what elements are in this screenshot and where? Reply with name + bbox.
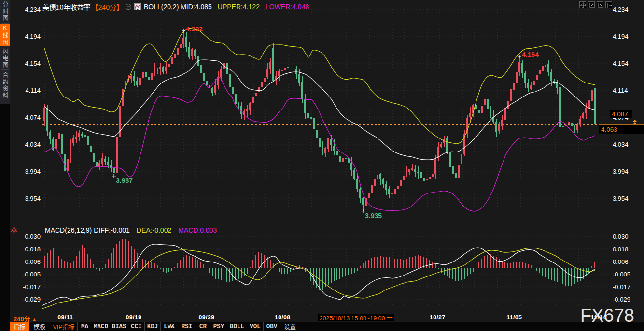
x-axis-label: 10/27 bbox=[430, 314, 446, 321]
settings-button[interactable]: 设置 bbox=[280, 322, 299, 331]
x-axis-label: 09/29 bbox=[199, 314, 215, 321]
svg-text:4.234: 4.234 bbox=[613, 6, 629, 13]
svg-text:0.006: 0.006 bbox=[613, 258, 629, 265]
watermark: FX678 bbox=[580, 305, 634, 326]
indicator-psy[interactable]: PSY bbox=[210, 322, 227, 331]
indicator-bias[interactable]: BIAS bbox=[110, 322, 128, 331]
indicator-lw&[interactable]: LW& bbox=[160, 322, 178, 331]
x-axis-row: 09/1109/1909/2910/0810/2711/0511/142025/… bbox=[10, 313, 644, 322]
svg-text:0.018: 0.018 bbox=[25, 246, 41, 253]
svg-text:4.154: 4.154 bbox=[613, 60, 629, 67]
x-axis-label: 11/05 bbox=[506, 314, 522, 321]
indicator-kdj[interactable]: KDJ bbox=[144, 322, 160, 331]
price-annotation: 3.987 bbox=[112, 174, 133, 184]
svg-text:4.202: 4.202 bbox=[186, 25, 203, 33]
macd-panel-icon[interactable] bbox=[10, 226, 18, 234]
svg-text:4.063: 4.063 bbox=[601, 126, 617, 133]
macd-macd-label: MACD:0.003 bbox=[178, 226, 217, 234]
indicator-cr[interactable]: CR bbox=[196, 322, 210, 331]
x-axis-label: 09/19 bbox=[126, 314, 141, 321]
macd-histogram bbox=[44, 239, 595, 290]
svg-text:4.114: 4.114 bbox=[613, 87, 628, 94]
svg-text:-0.017: -0.017 bbox=[613, 283, 630, 290]
svg-text:-0.029: -0.029 bbox=[613, 296, 630, 303]
macd-dea-label: DEA:-0.002 bbox=[137, 226, 171, 234]
svg-text:4.087: 4.087 bbox=[612, 110, 628, 118]
svg-text:4.034: 4.034 bbox=[25, 141, 41, 148]
tab-indicator[interactable]: 指标 bbox=[10, 322, 29, 331]
ref-price-label: 4.087 bbox=[610, 110, 632, 118]
svg-text:3.935: 3.935 bbox=[365, 212, 382, 220]
indicator-obv[interactable]: OBV bbox=[263, 322, 280, 331]
svg-text:4.234: 4.234 bbox=[25, 6, 41, 13]
svg-text:4.164: 4.164 bbox=[522, 51, 539, 58]
svg-text:0.030: 0.030 bbox=[25, 233, 41, 240]
x-axis-label: 09/11 bbox=[57, 314, 73, 321]
svg-text:3.987: 3.987 bbox=[116, 177, 133, 184]
macd-header: MACD(26,12,9) DIFF:-0.001 DEA:-0.002 MAC… bbox=[45, 226, 217, 234]
svg-text:4.034: 4.034 bbox=[613, 141, 629, 148]
svg-text:3.994: 3.994 bbox=[25, 168, 41, 175]
indicator-rsi[interactable]: RSI bbox=[178, 322, 196, 331]
app-root: 分时图K线图闪电图合约资料 美债10年收益率 【240分】 BOLL(20,2)… bbox=[0, 0, 644, 331]
chevron-up-icon: ▲ bbox=[32, 317, 37, 322]
svg-text:4.194: 4.194 bbox=[613, 33, 629, 40]
selected-range-label[interactable]: 2025/10/13 15:00~19:00 一 bbox=[318, 314, 394, 321]
svg-text:3.954: 3.954 bbox=[613, 195, 629, 202]
svg-text:4.074: 4.074 bbox=[25, 114, 41, 121]
price-annotation: 3.935 bbox=[361, 209, 382, 220]
price-annotation: 4.202 bbox=[182, 25, 203, 33]
svg-text:0.006: 0.006 bbox=[25, 258, 41, 265]
indicator-boll[interactable]: BOLL bbox=[227, 322, 247, 331]
svg-text:4.154: 4.154 bbox=[25, 60, 41, 67]
indicator-macd[interactable]: MACD bbox=[92, 322, 110, 331]
indicator-cci[interactable]: CCI bbox=[128, 322, 144, 331]
svg-text:-0.005: -0.005 bbox=[23, 271, 41, 278]
svg-text:3.954: 3.954 bbox=[25, 195, 41, 202]
tab-vip-indicator[interactable]: VIP指标 bbox=[50, 322, 77, 331]
x-axis-label: 10/08 bbox=[275, 314, 291, 321]
chart-canvas[interactable]: 4.2023.9873.9354.1644.2344.2344.1944.194… bbox=[0, 0, 644, 313]
svg-text:-0.005: -0.005 bbox=[613, 271, 630, 278]
svg-text:-0.029: -0.029 bbox=[23, 296, 41, 303]
indicator-vol[interactable]: VOL bbox=[247, 322, 263, 331]
macd-title: MACD(26,12,9) DIFF:-0.001 bbox=[45, 226, 130, 234]
svg-text:3.994: 3.994 bbox=[613, 168, 629, 175]
svg-text:4.114: 4.114 bbox=[25, 87, 41, 94]
svg-text:4.194: 4.194 bbox=[25, 33, 41, 40]
last-price-label: 4.063 bbox=[599, 120, 644, 134]
svg-text:0.030: 0.030 bbox=[613, 233, 629, 240]
svg-text:-0.017: -0.017 bbox=[23, 283, 41, 290]
svg-text:0.018: 0.018 bbox=[613, 246, 629, 253]
tab-template[interactable]: 模板 bbox=[30, 322, 49, 331]
indicator-ma[interactable]: MA bbox=[77, 322, 92, 331]
bottom-toolbar: 指标模板VIP指标MAMACDBIASCCIKDJLW&RSICRPSYBOLL… bbox=[0, 322, 644, 331]
